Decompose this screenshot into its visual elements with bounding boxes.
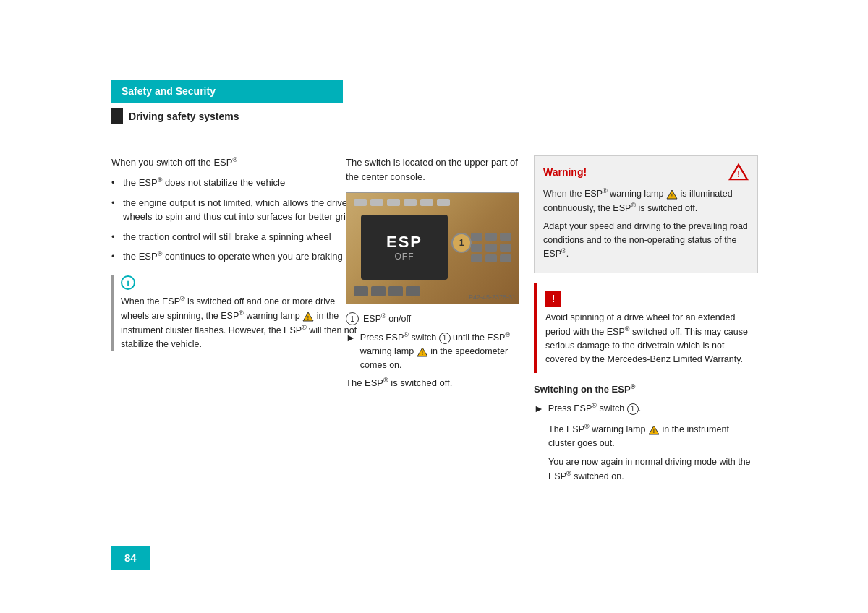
page-container: Safety and Security Driving safety syste… — [0, 0, 868, 613]
driving-title-bar: Driving safety systems — [111, 106, 343, 127]
arrow-icon: ► — [346, 330, 356, 346]
warning-para2: Adapt your speed and driving to the prev… — [543, 220, 749, 261]
svg-text:!: ! — [307, 315, 309, 320]
header-section: Safety and Security Driving safety syste… — [111, 80, 343, 127]
svg-text:!: ! — [422, 351, 423, 356]
page-number: 84 — [124, 552, 137, 564]
switched-off-text: The ESP® is switched off. — [346, 376, 527, 390]
driving-title: Driving safety systems — [129, 111, 239, 122]
switch-step-1: ► Press ESP® switch 1. — [534, 401, 758, 416]
svg-text:!: ! — [653, 429, 655, 434]
danger-icon: ! — [545, 291, 561, 306]
esp-image: ! ESP OFF 1 — [346, 192, 519, 304]
caption-num-1: 1 — [346, 312, 359, 325]
caption-label-1: ESP® on/off — [363, 312, 527, 326]
caption-item-1: 1 ESP® on/off — [346, 312, 527, 326]
intro-text: When you switch off the ESP® — [111, 155, 365, 170]
warning-lamp-icon: ! — [302, 312, 314, 322]
info-text: When the ESP® is switched off and one or… — [121, 294, 365, 351]
safety-title-bar: Safety and Security — [111, 80, 343, 103]
esp-off-label: OFF — [395, 252, 414, 262]
list-item: the ESP® does not stabilize the vehicle — [111, 176, 365, 190]
list-item: the ESP® continues to operate when you a… — [111, 249, 365, 264]
press-instruction: Press ESP® switch 1 until the ESP® warni… — [360, 330, 527, 372]
image-ref: P42-45-2378-31 — [469, 293, 516, 301]
page-number-box: 84 — [111, 546, 150, 570]
left-column: When you switch off the ESP® the ESP® do… — [111, 155, 365, 356]
danger-box: ! Avoid spinning of a drive wheel for an… — [534, 283, 758, 373]
warning-lamp-icon-center: ! — [417, 347, 428, 357]
warning-box: Warning! ! When the ESP® warning lamp ! … — [534, 155, 758, 273]
warning-para1: When the ESP® warning lamp ! is illumina… — [543, 187, 749, 215]
info-icon: i — [121, 275, 135, 290]
esp-panel: ESP OFF — [361, 215, 448, 280]
list-item: the traction control will still brake a … — [111, 230, 365, 244]
list-item: the engine output is not limited, which … — [111, 196, 365, 224]
step1-detail1: The ESP® warning lamp ! in the instrumen… — [534, 422, 758, 450]
esp-label: ESP — [386, 233, 422, 252]
switch-location-text: The switch is located on the upper part … — [346, 155, 527, 184]
svg-text:!: ! — [737, 170, 740, 179]
safety-title: Safety and Security — [122, 85, 216, 97]
step1-detail2: You are now again in normal driving mode… — [534, 455, 758, 484]
center-column: The switch is located on the upper part … — [346, 155, 527, 399]
esp-button-circle[interactable]: 1 — [451, 233, 472, 253]
warning-header: Warning! ! — [543, 163, 749, 181]
bullet-list: the ESP® does not stabilize the vehicle … — [111, 176, 365, 264]
svg-text:!: ! — [671, 193, 673, 198]
right-column: Warning! ! When the ESP® warning lamp ! … — [534, 155, 758, 484]
step-arrow-icon: ► — [534, 401, 544, 416]
switching-title: Switching on the ESP® — [534, 383, 758, 395]
page-number-section: 84 — [111, 546, 150, 570]
warning-triangle-icon: ! — [728, 163, 749, 181]
info-box: i When the ESP® is switched off and one … — [111, 275, 365, 351]
warning-title: Warning! — [543, 166, 587, 178]
driving-black-bar — [111, 108, 123, 124]
switching-section: Switching on the ESP® ► Press ESP® switc… — [534, 383, 758, 484]
danger-text: Avoid spinning of a drive wheel for an e… — [545, 311, 749, 366]
caption-item-press: ► Press ESP® switch 1 until the ESP® war… — [346, 330, 527, 372]
step1-text: Press ESP® switch 1. — [548, 401, 641, 416]
